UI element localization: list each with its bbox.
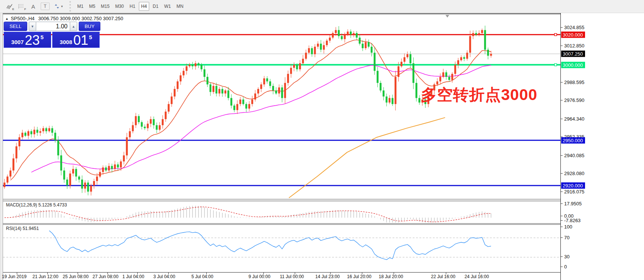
- sell-price-prefix: 3007: [11, 39, 24, 45]
- time-tick-label: 14 Jul 23:00: [315, 274, 340, 279]
- indicator-tick-label: 17.9505: [564, 201, 582, 206]
- timeframe-button-mn[interactable]: MN: [174, 2, 186, 11]
- rsi-chart[interactable]: [3, 225, 560, 272]
- price-tick-label: 2976.590: [564, 97, 584, 103]
- sell-quote-box[interactable]: 3007 23 5: [4, 32, 51, 48]
- buy-quote-box[interactable]: 3008 01 5: [52, 32, 100, 48]
- price-tick-mark: [561, 155, 563, 156]
- price-tick-mark: [561, 220, 563, 221]
- time-tick-label: 16 Jul 20:00: [347, 274, 371, 279]
- timeframe-button-m5[interactable]: M5: [87, 2, 98, 11]
- price-tick-mark: [561, 82, 563, 83]
- sell-button[interactable]: SELL: [4, 22, 27, 31]
- sell-price-big: 23: [25, 34, 40, 46]
- timeframe-button-h4[interactable]: H4: [139, 2, 149, 11]
- time-tick-label: 24 Jul 16:00: [465, 274, 489, 279]
- price-tick-mark: [561, 173, 563, 174]
- time-tick-label: 1 Jul 04:00: [122, 274, 144, 279]
- volume-input[interactable]: [36, 22, 70, 31]
- price-level-badge: 3000.000: [561, 62, 585, 68]
- one-click-trade-panel: SELL ▼ ▲ BUY 3007 23 5 3008 01 5: [4, 22, 101, 48]
- macd-chart[interactable]: [3, 201, 560, 223]
- buy-button[interactable]: BUY: [79, 22, 100, 31]
- price-tick-mark: [561, 119, 563, 119]
- price-tick-mark: [561, 216, 563, 216]
- timeframe-button-w1[interactable]: W1: [162, 2, 173, 11]
- price-tick-label: 2988.595: [564, 79, 584, 85]
- time-tick-label: 11 Jul 00:00: [280, 274, 304, 279]
- sort-arrows-icon[interactable]: ▾: [51, 1, 66, 11]
- text-label-icon[interactable]: A: [28, 1, 39, 11]
- indicator-tick-label: 30: [564, 254, 569, 259]
- icon-sub-letter: E: [12, 7, 14, 11]
- timeframe-button-d1[interactable]: D1: [150, 2, 161, 11]
- price-tick-mark: [561, 227, 563, 227]
- icon-sub-letter: F: [24, 7, 26, 11]
- price-level-badge: 3007.250: [561, 51, 585, 57]
- time-tick-label: 21 Jun 12:00: [32, 274, 58, 279]
- price-level-badge: 2950.000: [561, 137, 585, 143]
- main-chart-panel[interactable]: ▲ SP500-,H4 3006.750 3009.000 3002.750 3…: [3, 14, 560, 199]
- price-tick-label: 3012.850: [564, 43, 584, 48]
- price-tick-mark: [561, 267, 563, 267]
- volume-decrease-button[interactable]: ▼: [29, 22, 36, 31]
- indicator-tick-label: 0: [564, 264, 567, 270]
- time-tick-label: 19 Jun 2019: [2, 274, 26, 279]
- grid-template-icon[interactable]: F: [16, 1, 27, 11]
- price-tick-mark: [561, 256, 563, 257]
- price-tick-label: 2916.075: [564, 189, 584, 194]
- indicators-icon[interactable]: E: [4, 1, 15, 11]
- time-tick-label: 5 Jul 04:00: [191, 274, 213, 279]
- macd-panel[interactable]: MACD(12,26,9) 5.1226 5.4733: [3, 201, 560, 224]
- time-tick-label: 25 Jun 08:00: [63, 274, 88, 279]
- price-level-badge: 2920.000: [561, 183, 585, 189]
- price-tick-mark: [561, 100, 563, 100]
- timeframe-buttons: M1M5M15M30H1H4D1W1MN: [75, 2, 187, 11]
- time-tick-label: 22 Jul 16:00: [431, 274, 455, 279]
- buy-price-big: 01: [73, 34, 88, 46]
- symbol-marker-icon: ▲: [5, 17, 9, 21]
- price-axis[interactable]: 3024.8553012.8502988.5952976.5902964.340…: [560, 13, 644, 280]
- indicator-tick-label: -7.8263: [564, 218, 581, 223]
- indicator-tick-label: 70: [564, 235, 569, 240]
- price-tick-mark: [561, 203, 563, 204]
- price-tick-mark: [561, 237, 563, 238]
- dropdown-caret-icon: ▾: [61, 4, 63, 8]
- symbol-name: SP500-,H4: [11, 16, 35, 21]
- price-tick-mark: [561, 27, 563, 28]
- price-tick-label: 2964.340: [564, 116, 584, 121]
- timeframe-button-m1[interactable]: M1: [75, 2, 86, 11]
- text-box-icon[interactable]: T: [41, 3, 50, 10]
- time-tick-label: 9 Jul 00:00: [248, 274, 271, 279]
- chart-window: ▲ SP500-,H4 3006.750 3009.000 3002.750 3…: [3, 13, 560, 280]
- window-left-edge: [0, 13, 3, 280]
- price-tick-label: 2928.080: [564, 171, 584, 176]
- buy-price-prefix: 3008: [60, 39, 72, 45]
- rsi-panel[interactable]: RSI(14) 51.9451: [3, 224, 560, 273]
- buy-price-sup: 5: [89, 34, 92, 40]
- time-tick-label: 18 Jul 20:00: [379, 274, 403, 279]
- time-tick-label: 27 Jun 08:00: [93, 274, 118, 279]
- indicator-tick-label: 100: [564, 224, 572, 230]
- volume-increase-button[interactable]: ▲: [70, 22, 77, 31]
- time-axis[interactable]: 19 Jun 201921 Jun 12:0025 Jun 08:0027 Ju…: [3, 273, 560, 280]
- time-tick-label: 3 Jul 04:00: [153, 274, 175, 279]
- price-tick-mark: [561, 192, 563, 192]
- toolbar-separator[interactable]: [69, 1, 73, 12]
- sell-price-sup: 5: [41, 34, 44, 40]
- price-tick-mark: [561, 46, 563, 46]
- price-tick-label: 3024.855: [564, 25, 584, 30]
- chart-toolbar: E F A T ▾ M1M5M15M30H1H4D1W1MN: [0, 0, 644, 13]
- symbol-ohlc: 3006.750 3009.000 3002.750 3007.250: [38, 16, 124, 21]
- timeframe-button-m30[interactable]: M30: [113, 2, 126, 11]
- symbol-title: ▲ SP500-,H4 3006.750 3009.000 3002.750 3…: [5, 16, 123, 21]
- price-level-badge: 3020.000: [561, 31, 585, 38]
- timeframe-button-m15[interactable]: M15: [99, 2, 112, 11]
- chart-text-annotation[interactable]: 多空转折点3000: [421, 84, 537, 105]
- macd-label: MACD(12,26,9) 5.1226 5.4733: [6, 202, 67, 208]
- price-tick-label: 2940.085: [564, 152, 584, 158]
- mt4-terminal: E F A T ▾ M1M5M15M30H1H4D1W1MN ▲ SP500-,…: [0, 0, 644, 280]
- timeframe-button-h1[interactable]: H1: [127, 2, 138, 11]
- rsi-label: RSI(14) 51.9451: [6, 226, 39, 231]
